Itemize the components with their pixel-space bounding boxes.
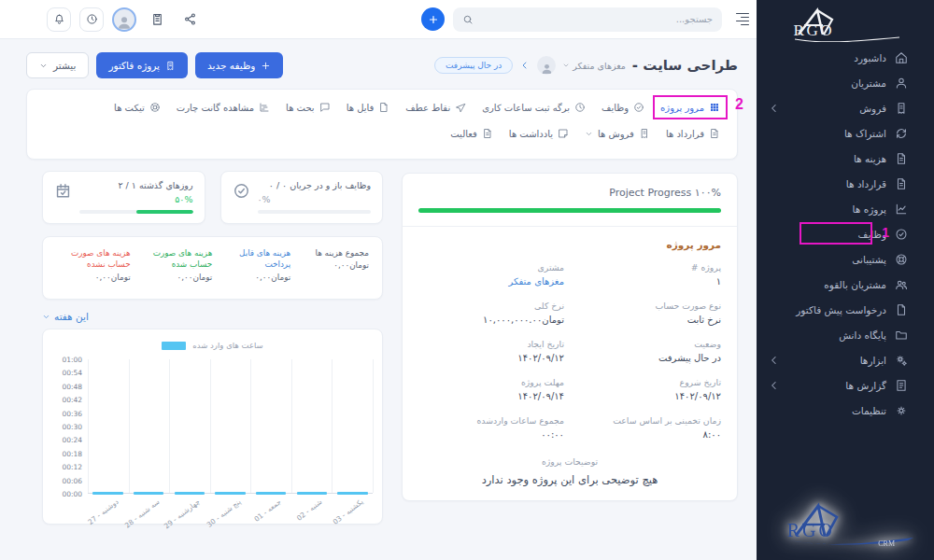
header-actions: وظیفه جدید پروژه فاکتور بیشتر [26, 52, 283, 78]
sidebar-item-knowledge-base[interactable]: پایگاه دانش [757, 322, 934, 347]
timer-button[interactable] [79, 7, 104, 32]
milestone-icon [455, 102, 466, 113]
tab-notes[interactable]: یادداشت ها [509, 128, 569, 139]
customer-link[interactable]: مغزهای متفکر [418, 276, 564, 287]
tab-tickets[interactable]: تیکت ها [114, 102, 161, 113]
sidebar-item-estimate-request[interactable]: درخواست پیش فاکتور [757, 297, 934, 322]
legend-label: ساعت های وارد شده [192, 341, 262, 350]
expense-value: ۰,۰۰تومان [138, 273, 213, 282]
expense-label: هزینه های قابل پرداخت [219, 247, 290, 271]
week-filter-dropdown[interactable]: این هفته [42, 311, 89, 322]
projects-icon [895, 203, 908, 216]
sidebar-item-contracts[interactable]: قرارداد ها [757, 171, 934, 196]
sidebar-item-leads[interactable]: مشتریان بالقوه [757, 272, 934, 297]
tab-label: قرارداد ها [666, 129, 704, 139]
tab-timesheet[interactable]: برگه ثبت ساعات کاری [482, 102, 586, 113]
field-start-date: تاریخ شروع ۱۴۰۲/۰۹/۱۲ [575, 377, 721, 401]
calendar-check-icon [54, 182, 72, 200]
field-created-date: تاریخ ایجاد ۱۴۰۲/۰۹/۱۲ [418, 339, 564, 363]
quick-add-button[interactable] [421, 7, 445, 31]
svg-text:RGO: RGO [787, 520, 835, 540]
expense-col-billed: هزینه های صورت حساب شده ۰,۰۰تومان [138, 247, 213, 291]
field-value: در حال پیشرفت [575, 353, 721, 363]
file-icon [378, 102, 389, 113]
plus-icon [261, 61, 271, 71]
project-invoice-button[interactable]: پروژه فاکتور [96, 52, 188, 78]
sidebar-item-projects[interactable]: پروژه ها [757, 196, 934, 221]
tab-sales[interactable]: فروش ها [585, 128, 650, 139]
sidebar-item-customers[interactable]: مشتریان [757, 70, 934, 95]
days-passed-percent: ۵۰% [79, 194, 193, 204]
home-icon [895, 51, 908, 64]
tab-label: فعالیت [450, 129, 477, 139]
leads-icon [895, 278, 908, 291]
customers-icon [895, 77, 908, 90]
sidebar-item-support[interactable]: پشتیبانی [757, 246, 934, 272]
field-total-rate: نرخ کلی ۱۰,۰۰۰,۰۰۰.۰۰تومان [418, 301, 564, 325]
sidebar-item-sales[interactable]: فروش [757, 95, 934, 120]
zero-bar [215, 492, 245, 495]
tab-label: مشاهده گانت چارت [177, 103, 254, 113]
field-label: تاریخ ایجاد [418, 339, 564, 349]
field-customer: مشتری مغزهای متفکر [418, 262, 564, 287]
argo-logo-icon: RGO CRM [775, 498, 915, 547]
zero-bar [297, 492, 327, 495]
sales-icon [639, 128, 650, 139]
field-estimated-hours: زمان تخمینی بر اساس ساعت ۸:۰۰ [575, 415, 721, 440]
share-button[interactable] [177, 7, 202, 32]
sidebar-item-expenses[interactable]: هزینه ها [757, 146, 934, 171]
project-progress-bar [418, 208, 721, 213]
tab-files[interactable]: فایل ها [347, 102, 390, 113]
open-tasks-title: ۰ / ۰ وظایف باز و در جریان [258, 180, 372, 190]
tab-label: وظایف [601, 103, 629, 113]
sidebar-item-reports[interactable]: گزارش ها [757, 372, 934, 398]
annotation-number-2: 2 [735, 96, 743, 113]
sidebar-toggle-icon[interactable] [734, 13, 749, 26]
status-badge[interactable]: در حال پیشرفت [434, 57, 513, 74]
tab-activity[interactable]: فعالیت [450, 128, 493, 139]
chevron-left-icon [768, 102, 781, 115]
sidebar-item-dashboard[interactable]: داشبورد [757, 45, 934, 70]
chevron-left-icon[interactable] [519, 60, 531, 71]
sidebar-item-label: مشتریان بالقوه [824, 279, 886, 290]
tab-tasks[interactable]: وظایف [601, 102, 644, 113]
estimate-request-icon [895, 303, 908, 316]
invoice-icon [165, 61, 176, 71]
user-avatar[interactable] [112, 7, 136, 32]
client-dropdown[interactable]: مغزهای متفکر [562, 61, 626, 71]
sidebar-item-tasks[interactable]: وظایف 1 [757, 221, 934, 246]
field-label: نرخ کلی [418, 301, 564, 311]
todo-button[interactable] [145, 7, 169, 32]
tab-contracts[interactable]: قرارداد ها [666, 128, 720, 139]
check-circle-icon [233, 182, 250, 200]
sidebar-item-tools[interactable]: ابزارها [757, 347, 934, 372]
argo-logo-footer: RGO CRM [757, 498, 934, 547]
tab-milestones[interactable]: نقاط عطف [405, 102, 466, 113]
note-icon [558, 128, 569, 139]
sidebar-item-settings[interactable]: تنظیمات [757, 398, 934, 423]
tab-project-overview[interactable]: مرور پروژه 2 [660, 102, 720, 119]
chat-icon [319, 102, 331, 113]
tab-gantt[interactable]: مشاهده گانت چارت [177, 102, 270, 113]
y-tick: 00:24 [62, 436, 82, 444]
grid-icon [709, 102, 720, 113]
more-button[interactable]: بیشتر [26, 52, 89, 78]
chevron-down-icon [39, 62, 48, 70]
search-icon [462, 14, 474, 25]
tab-discussions[interactable]: بحث ها [286, 102, 331, 113]
new-task-button[interactable]: وظیفه جدید [195, 52, 283, 78]
notifications-button[interactable] [47, 7, 71, 32]
x-label: جمعه - 01 [253, 497, 283, 524]
sidebar-item-label: وظایف [858, 229, 886, 240]
sidebar-item-subscriptions[interactable]: اشتراک ها [757, 120, 934, 146]
search-input[interactable] [479, 14, 713, 24]
project-title-group: طراحی سایت - مغزهای متفکر در حال پیشرفت [434, 56, 738, 75]
contract-icon [709, 128, 720, 139]
chevron-down-icon [562, 62, 570, 69]
tab-label: فروش ها [598, 129, 634, 139]
plus-icon [428, 14, 439, 25]
support-icon [895, 253, 908, 266]
expense-label: هزینه های صورت حساب نشده [56, 247, 131, 271]
open-tasks-percent: ۰% [258, 194, 372, 204]
zero-bar [134, 492, 163, 495]
